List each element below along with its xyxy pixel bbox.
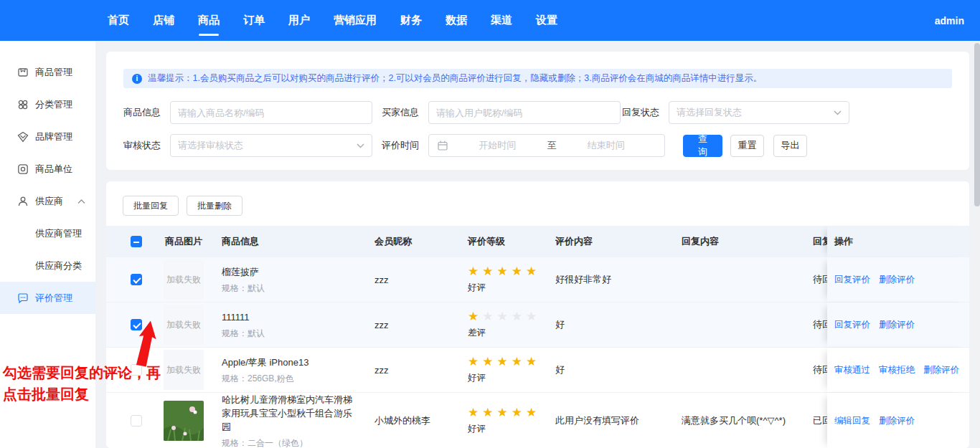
star-icon: ★ [512, 265, 522, 277]
row-checkbox[interactable] [131, 415, 142, 426]
range-separator: 至 [547, 139, 557, 152]
star-icon: ★ [468, 406, 479, 419]
star-icon: ★ [512, 310, 522, 323]
star-icon: ★ [526, 406, 537, 419]
nav-item[interactable]: 用户 [288, 14, 310, 27]
nav-item[interactable]: 设置 [536, 14, 557, 27]
batch-delete-button[interactable]: 批量删除 [187, 196, 242, 216]
product-info-input[interactable] [170, 101, 372, 124]
review-table-panel: 批量回复 批量删除 商品图片商品信息会员昵称评价等级评价内容回复内容回复状态操作… [106, 181, 969, 448]
rating-grade: 差评 [468, 327, 537, 339]
tip-text: 温馨提示：1.会员购买商品之后可以对购买的商品进行评价；2.可以对会员的商品评价… [148, 72, 762, 85]
tip-banner: i 温馨提示：1.会员购买商品之后可以对购买的商品进行评价；2.可以对会员的商品… [123, 69, 952, 88]
sidebar-item[interactable]: 商品单位 [0, 153, 95, 185]
chevron-down-icon [357, 143, 364, 148]
star-icon: ★ [482, 406, 493, 419]
product-spec: 规格：二合一（绿色） [222, 437, 360, 448]
start-time-placeholder[interactable]: 开始时间 [448, 139, 547, 152]
user-menu[interactable]: admin [935, 15, 964, 27]
nav-item[interactable]: 营销应用 [334, 14, 377, 27]
sidebar-item[interactable]: 商品管理 [0, 56, 95, 88]
review-content: 此用户没有填写评价 [555, 393, 682, 448]
member-nickname: zzz [370, 302, 463, 347]
column-header: 商品图片 [149, 226, 218, 257]
sidebar-item-label: 商品单位 [35, 163, 72, 176]
action-link[interactable]: 删除评价 [879, 274, 915, 286]
star-icon: ★ [468, 310, 479, 323]
calendar-icon [438, 140, 448, 151]
action-link[interactable]: 回复评价 [834, 319, 870, 331]
row-checkbox[interactable] [131, 274, 142, 285]
audit-status-select[interactable]: 请选择审核状态 [170, 134, 372, 157]
product-image: 加载失败 [164, 350, 204, 390]
search-button[interactable]: 查询 [683, 135, 722, 157]
nav-item[interactable]: 店铺 [153, 14, 174, 27]
action-link[interactable]: 删除评价 [879, 415, 915, 427]
column-header: 回复内容 [682, 226, 811, 257]
box-icon [17, 67, 29, 78]
sidebar: 商品管理分类管理品牌管理商品单位供应商供应商管理供应商分类评价管理 [0, 41, 95, 448]
action-link[interactable]: 回复评价 [834, 274, 870, 286]
category-icon [17, 99, 29, 110]
action-link[interactable]: 删除评价 [923, 364, 959, 376]
table-row: 加载失败111111规格：默认zzz★★★★★差评好待回复回复评价删除评价 [106, 302, 969, 348]
nav-item[interactable]: 数据 [446, 14, 467, 27]
nav-item[interactable]: 财务 [400, 14, 422, 27]
top-navbar: 首页店铺商品订单用户营销应用财务数据渠道设置 admin [0, 0, 980, 41]
sidebar-item[interactable]: 分类管理 [0, 88, 95, 120]
row-actions: 编辑回复删除评价 [827, 393, 969, 448]
sidebar-subitem[interactable]: 供应商分类 [0, 249, 95, 282]
reset-button[interactable]: 重置 [730, 135, 764, 157]
star-rating: ★★★★★ [468, 265, 537, 277]
star-rating: ★★★★★ [468, 406, 537, 419]
action-link[interactable]: 删除评价 [879, 319, 915, 331]
select-all-checkbox[interactable] [131, 236, 142, 247]
star-icon: ★ [482, 356, 493, 368]
action-link[interactable]: 编辑回复 [834, 415, 870, 427]
member-nickname: zzz [370, 348, 463, 392]
action-link[interactable]: 审核通过 [834, 364, 870, 376]
reply-status-placeholder: 请选择回复状态 [677, 106, 742, 119]
image-load-failed-text: 加载失败 [166, 319, 201, 331]
reply-content [682, 302, 811, 347]
star-icon: ★ [512, 356, 522, 368]
export-button[interactable]: 导出 [773, 135, 807, 157]
sidebar-subitem[interactable]: 供应商管理 [0, 217, 95, 249]
star-icon: ★ [497, 356, 508, 368]
product-info-label: 商品信息 [123, 106, 161, 119]
nav-item[interactable]: 渠道 [491, 14, 512, 27]
sidebar-item[interactable]: 供应商 [0, 185, 95, 217]
column-header: 商品信息 [218, 226, 370, 257]
sidebar-item[interactable]: 评价管理 [0, 282, 95, 314]
product-spec: 规格：256GB,粉色 [222, 373, 308, 384]
buyer-info-input[interactable] [428, 101, 621, 124]
product-image [164, 401, 204, 441]
reply-status-select[interactable]: 请选择回复状态 [669, 101, 849, 124]
sidebar-item-label: 品牌管理 [35, 130, 72, 143]
nav-item[interactable]: 订单 [243, 14, 265, 27]
row-checkbox[interactable] [131, 364, 142, 376]
chevron-up-icon [77, 196, 85, 206]
nav-item[interactable]: 首页 [108, 14, 129, 27]
row-checkbox[interactable] [131, 319, 142, 330]
product-name: Apple/苹果 iPhone13 [222, 356, 308, 369]
product-name: 111111 [222, 310, 265, 324]
buyer-info-label: 买家信息 [382, 106, 419, 119]
product-image: 加载失败 [164, 305, 204, 345]
action-link[interactable]: 审核拒绝 [879, 364, 915, 376]
supplier-icon [17, 196, 29, 207]
star-icon: ★ [512, 406, 522, 419]
nav-item[interactable]: 商品 [198, 14, 220, 27]
sidebar-item[interactable]: 品牌管理 [0, 120, 95, 153]
product-name: 榴莲披萨 [222, 265, 265, 279]
review-time-label: 评价时间 [382, 139, 419, 152]
unit-icon [17, 163, 29, 175]
scrollbar-thumb[interactable] [974, 43, 980, 206]
rating-grade: 好评 [468, 282, 537, 294]
rating-grade: 好评 [468, 372, 537, 384]
column-header-actions: 操作 [827, 226, 969, 257]
end-time-placeholder[interactable]: 结束时间 [557, 139, 656, 152]
info-icon: i [132, 74, 142, 84]
batch-reply-button[interactable]: 批量回复 [123, 196, 179, 216]
review-time-range[interactable]: 开始时间 至 结束时间 [428, 134, 665, 157]
